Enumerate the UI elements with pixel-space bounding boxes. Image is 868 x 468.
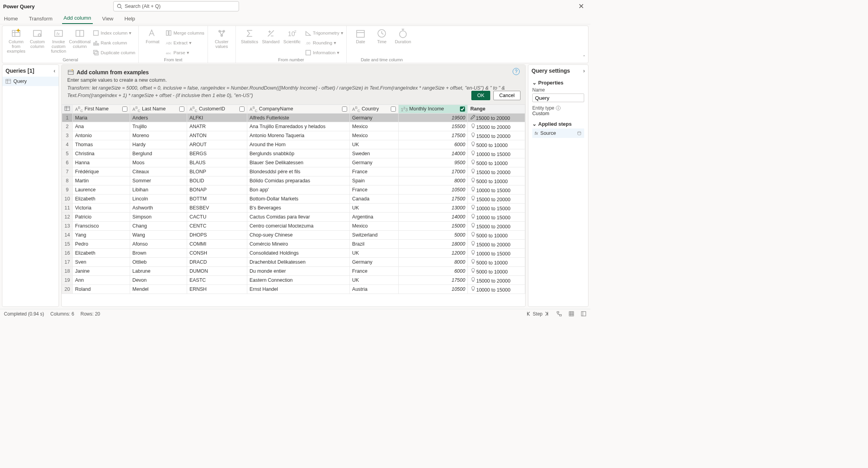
- query-name-input[interactable]: [532, 94, 584, 102]
- cell-range[interactable]: 15000 to 20000: [468, 195, 525, 204]
- ribbon-trigonometry[interactable]: Trigonometry▾: [305, 28, 343, 37]
- cell-last-name[interactable]: Brown: [130, 249, 187, 258]
- ribbon-rounding[interactable]: .00Rounding▾: [305, 38, 343, 47]
- cell-last-name[interactable]: Berglund: [130, 149, 187, 158]
- cell-first-name[interactable]: Laurence: [73, 185, 130, 195]
- cell-range[interactable]: 15000 to 20000: [468, 122, 525, 131]
- cell-customer-id[interactable]: ANTON: [187, 131, 247, 140]
- cell-range[interactable]: 5000 to 10000: [468, 140, 525, 149]
- cell-first-name[interactable]: Martin: [73, 176, 130, 185]
- table-row[interactable]: 17SvenOttliebDRACDDrachenblut Delikatess…: [62, 258, 525, 267]
- cell-country[interactable]: Spain: [349, 176, 398, 185]
- cell-first-name[interactable]: Roland: [73, 285, 130, 294]
- cell-country[interactable]: Canada: [349, 195, 398, 204]
- row-number-header[interactable]: [62, 105, 73, 114]
- cell-country[interactable]: Sweden: [349, 149, 398, 158]
- cell-last-name[interactable]: Mendel: [130, 285, 187, 294]
- cell-company-name[interactable]: Bólido Comidas preparadas: [247, 176, 349, 185]
- ribbon-information[interactable]: Information▾: [305, 48, 343, 57]
- cell-monthly-income[interactable]: 18000: [398, 240, 468, 249]
- cell-range[interactable]: 5000 to 10000: [468, 267, 525, 276]
- cell-first-name[interactable]: Maria: [73, 114, 130, 122]
- cell-customer-id[interactable]: BOLID: [187, 176, 247, 185]
- ribbon-column-from-examples[interactable]: Column from examples: [6, 28, 27, 57]
- ribbon-duration[interactable]: Duration: [392, 28, 414, 57]
- step-source[interactable]: fx Source: [532, 128, 584, 138]
- ribbon-scientific[interactable]: 102Scientific: [281, 28, 303, 57]
- cell-company-name[interactable]: Bottom-Dollar Markets: [247, 195, 349, 204]
- ribbon-merge-columns[interactable]: Merge columns: [166, 28, 204, 37]
- cell-customer-id[interactable]: BLAUS: [187, 158, 247, 167]
- cell-last-name[interactable]: Ashworth: [130, 204, 187, 213]
- column-header-company-name[interactable]: ABCCompanyName: [247, 105, 349, 114]
- cell-country[interactable]: Switzerland: [349, 231, 398, 240]
- table-row[interactable]: 14YangWangDHOPSChop-suey ChineseSwitzerl…: [62, 231, 525, 240]
- column-checkbox[interactable]: [342, 106, 347, 112]
- cell-last-name[interactable]: Hardy: [130, 140, 187, 149]
- cell-company-name[interactable]: B's Beverages: [247, 204, 349, 213]
- help-icon[interactable]: ?: [513, 68, 520, 75]
- table-row[interactable]: 12PatricioSimpsonCACTUCactus Comidas par…: [62, 213, 525, 222]
- search-input[interactable]: Search (Alt + Q): [113, 1, 239, 11]
- cell-first-name[interactable]: Yang: [73, 231, 130, 240]
- cell-customer-id[interactable]: CONSH: [187, 249, 247, 258]
- cell-monthly-income[interactable]: 13000: [398, 204, 468, 213]
- tab-transform[interactable]: Transform: [27, 14, 54, 24]
- ribbon-conditional-column[interactable]: Conditional column: [69, 28, 90, 57]
- table-row[interactable]: 13FransciscoChangCENTCCentro comercial M…: [62, 222, 525, 231]
- cell-range[interactable]: 5000 to 10000: [468, 231, 525, 240]
- cell-company-name[interactable]: Chop-suey Chinese: [247, 231, 349, 240]
- cell-country[interactable]: UK: [349, 140, 398, 149]
- cell-company-name[interactable]: Cactus Comidas para llevar: [247, 213, 349, 222]
- column-checkbox[interactable]: [179, 106, 184, 112]
- cell-range[interactable]: 10000 to 15000: [468, 149, 525, 158]
- column-header-first-name[interactable]: ABCFirst Name: [73, 105, 130, 114]
- cell-range[interactable]: 15000 to 20000: [468, 167, 525, 176]
- table-row[interactable]: 9LaurenceLibihanBONAPBon app'France10500…: [62, 185, 525, 195]
- cell-range[interactable]: 15000 to 20000: [468, 131, 525, 140]
- cell-range[interactable]: 15000 to 20000: [468, 276, 525, 285]
- cell-last-name[interactable]: Simpson: [130, 213, 187, 222]
- table-row[interactable]: 8MartinSommerBOLIDBólido Comidas prepara…: [62, 176, 525, 185]
- cell-country[interactable]: UK: [349, 204, 398, 213]
- cell-monthly-income[interactable]: 19500: [398, 114, 468, 122]
- tab-home[interactable]: Home: [2, 14, 19, 24]
- properties-section-toggle[interactable]: ⌄Properties: [532, 80, 584, 86]
- cell-customer-id[interactable]: DHOPS: [187, 231, 247, 240]
- ribbon-duplicate-column[interactable]: Duplicate column: [93, 48, 135, 57]
- cell-first-name[interactable]: Thomas: [73, 140, 130, 149]
- cell-company-name[interactable]: Comércio Mineiro: [247, 240, 349, 249]
- column-header-range[interactable]: Range: [468, 105, 525, 114]
- grid-view-icon[interactable]: [568, 311, 574, 317]
- column-header-monthly-income[interactable]: 123Monthly Income: [398, 105, 468, 114]
- cell-first-name[interactable]: Elizabeth: [73, 195, 130, 204]
- tab-add-column[interactable]: Add column: [62, 13, 93, 24]
- cell-monthly-income[interactable]: 17500: [398, 131, 468, 140]
- ribbon-cluster-values[interactable]: Cluster values: [211, 28, 232, 57]
- close-icon[interactable]: ✕: [574, 2, 588, 11]
- cell-country[interactable]: Mexico: [349, 122, 398, 131]
- cell-monthly-income[interactable]: 14000: [398, 213, 468, 222]
- cell-country[interactable]: Brazil: [349, 240, 398, 249]
- cell-country[interactable]: Mexico: [349, 222, 398, 231]
- cell-company-name[interactable]: Alfreds Futterkiste: [247, 114, 349, 122]
- cell-monthly-income[interactable]: 12000: [398, 249, 468, 258]
- column-checkbox[interactable]: [391, 106, 396, 112]
- cell-last-name[interactable]: Afonso: [130, 240, 187, 249]
- cell-company-name[interactable]: Consolidated Holdings: [247, 249, 349, 258]
- column-checkbox[interactable]: [122, 106, 127, 112]
- cell-customer-id[interactable]: BERGS: [187, 149, 247, 158]
- cell-customer-id[interactable]: BLONP: [187, 167, 247, 176]
- table-row[interactable]: 1MariaAndersALFKIAlfreds FutterkisteGerm…: [62, 114, 525, 122]
- ok-button[interactable]: OK: [471, 91, 490, 100]
- ribbon-invoke-custom-function[interactable]: fx Invoke custom function: [48, 28, 69, 57]
- cell-country[interactable]: Mexico: [349, 131, 398, 140]
- cell-company-name[interactable]: Bon app': [247, 185, 349, 195]
- cell-range[interactable]: 10000 to 15000: [468, 185, 525, 195]
- ribbon-extract[interactable]: ABCExtract▾: [166, 38, 204, 47]
- applied-steps-toggle[interactable]: ⌄Applied steps: [532, 121, 584, 127]
- cell-last-name[interactable]: Ottlieb: [130, 258, 187, 267]
- table-row[interactable]: 11VictoriaAshworthBESBEVB's BeveragesUK1…: [62, 204, 525, 213]
- cell-range[interactable]: 5000 to 10000: [468, 258, 525, 267]
- query-item[interactable]: Query: [2, 77, 59, 86]
